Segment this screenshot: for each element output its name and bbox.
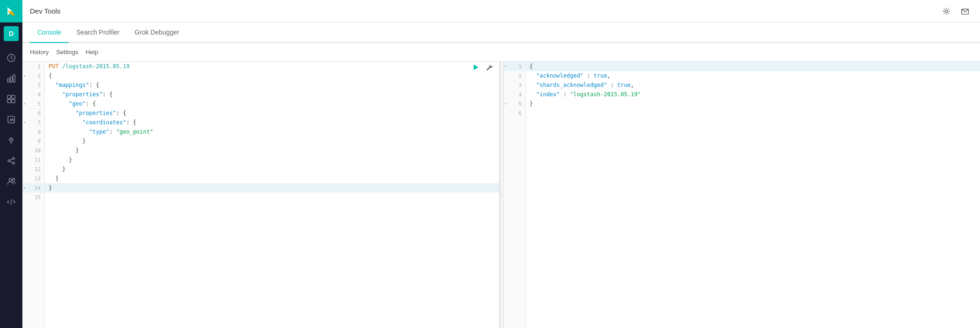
sidebar-item-devtools[interactable] <box>2 193 21 211</box>
line-num-3: 3 <box>22 80 44 90</box>
svg-point-18 <box>945 10 947 12</box>
line-num-14: ▾14 <box>22 183 44 193</box>
code-line-10: } <box>45 146 499 155</box>
svg-rect-1 <box>7 78 9 82</box>
help-button[interactable]: Help <box>85 47 98 57</box>
sidebar-item-ml[interactable] <box>2 151 21 170</box>
tab-grok-debugger[interactable]: Grok Debugger <box>127 22 187 43</box>
top-bar: Dev Tools <box>22 0 980 22</box>
tab-search-profiler[interactable]: Search Profiler <box>69 22 127 43</box>
line-num-11: 11 <box>22 155 44 164</box>
svg-rect-7 <box>12 100 15 103</box>
sidebar-item-canvas[interactable] <box>2 110 21 129</box>
svg-point-11 <box>8 160 10 162</box>
line-num-13: 13 <box>22 174 44 183</box>
wrench-icon[interactable] <box>484 63 494 72</box>
resp-line-num-1: ▾1 <box>504 62 526 71</box>
top-bar-icons <box>939 4 973 19</box>
tab-console[interactable]: Console <box>30 22 69 43</box>
resp-line-num-3: 3 <box>504 80 526 90</box>
code-line-6: "properties": { <box>45 108 499 118</box>
secondary-toolbar: History Settings Help <box>22 43 980 62</box>
line-num-2: ▾2 <box>22 71 44 80</box>
editor-area: 1 ▾2 3 4 ▾5 6 ▾7 8 9 10 11 12 13 ▾14 15 … <box>22 62 980 328</box>
resp-line-num-2: 2 <box>504 71 526 80</box>
svg-rect-5 <box>12 95 15 99</box>
editor-toolbar-icons <box>471 63 494 72</box>
settings-icon[interactable] <box>939 4 954 19</box>
main-content: Dev Tools Console Search Profiler Grok D… <box>22 0 980 328</box>
resp-line-num-5: ▾5 <box>504 99 526 108</box>
sidebar-item-dashboard[interactable] <box>2 90 21 108</box>
code-line-2: { <box>45 71 499 80</box>
code-line-14: } <box>45 183 499 193</box>
resp-code-line-1: { <box>526 62 980 71</box>
line-num-8: 8 <box>22 127 44 136</box>
svg-rect-2 <box>10 77 12 82</box>
svg-marker-20 <box>474 64 478 70</box>
settings-button[interactable]: Settings <box>56 47 78 57</box>
svg-point-10 <box>10 139 12 141</box>
resp-line-num-4: 4 <box>504 90 526 99</box>
line-num-1: 1 <box>22 62 44 71</box>
editor-pane: 1 ▾2 3 4 ▾5 6 ▾7 8 9 10 11 12 13 ▾14 15 … <box>22 62 500 328</box>
line-num-12: 12 <box>22 164 44 174</box>
output-pane: ▾1 2 3 4 ▾5 6 { "acknowledged" : true, "… <box>504 62 980 328</box>
history-button[interactable]: History <box>30 47 49 57</box>
svg-rect-4 <box>7 95 11 99</box>
response-line-numbers: ▾1 2 3 4 ▾5 6 <box>504 62 526 328</box>
line-num-9: 9 <box>22 136 44 146</box>
resp-line-num-6: 6 <box>504 108 526 118</box>
svg-line-14 <box>10 159 13 160</box>
sidebar-item-maps[interactable] <box>2 131 21 150</box>
sidebar-item-visualize[interactable] <box>2 69 21 88</box>
code-line-1: PUT /logstash-2015.05.19 <box>45 62 499 71</box>
code-line-3: "mappings": { <box>45 80 499 90</box>
tabs-bar: Console Search Profiler Grok Debugger <box>22 22 980 43</box>
sidebar-navigation <box>2 49 21 328</box>
resp-code-line-4: "index" : "logstash-2015.05.19" <box>526 90 980 99</box>
resp-code-line-3: "shards_acknowledged" : true, <box>526 80 980 90</box>
svg-point-16 <box>9 178 12 181</box>
svg-point-13 <box>13 162 14 164</box>
resp-code-line-6 <box>526 108 980 118</box>
code-line-13: } <box>45 174 499 183</box>
line-num-10: 10 <box>22 146 44 155</box>
editor-line-numbers: 1 ▾2 3 4 ▾5 6 ▾7 8 9 10 11 12 13 ▾14 15 <box>22 62 45 328</box>
resp-code-line-2: "acknowledged" : true, <box>526 71 980 80</box>
editor-code[interactable]: PUT /logstash-2015.05.19 { "mappings": {… <box>45 62 499 328</box>
code-line-11: } <box>45 155 499 164</box>
code-line-4: "properties": { <box>45 90 499 99</box>
svg-point-12 <box>13 157 14 159</box>
code-line-9: } <box>45 136 499 146</box>
response-code[interactable]: { "acknowledged" : true, "shards_acknowl… <box>526 62 980 328</box>
kibana-logo[interactable] <box>0 0 22 22</box>
run-icon[interactable] <box>471 63 481 72</box>
sidebar-item-users[interactable] <box>2 172 21 191</box>
code-line-8: "type": "geo_point" <box>45 127 499 136</box>
line-num-4: 4 <box>22 90 44 99</box>
sidebar-item-discover[interactable] <box>2 49 21 67</box>
sidebar: D <box>0 0 22 328</box>
code-line-5: "geo": { <box>45 99 499 108</box>
pane-divider[interactable]: ⋮ <box>500 62 504 328</box>
svg-rect-6 <box>7 100 11 103</box>
resp-code-line-5: } <box>526 99 980 108</box>
line-num-7: ▾7 <box>22 118 44 127</box>
user-avatar[interactable]: D <box>4 26 19 41</box>
mail-icon[interactable] <box>958 4 973 19</box>
code-line-12: } <box>45 164 499 174</box>
code-line-7: "coordinates": { <box>45 118 499 127</box>
line-num-5: ▾5 <box>22 99 44 108</box>
code-line-15 <box>45 193 499 202</box>
svg-rect-3 <box>13 75 15 82</box>
app-title: Dev Tools <box>30 7 61 15</box>
line-num-6: 6 <box>22 108 44 118</box>
line-num-15: 15 <box>22 193 44 202</box>
svg-line-15 <box>10 161 13 163</box>
svg-point-17 <box>13 178 15 181</box>
